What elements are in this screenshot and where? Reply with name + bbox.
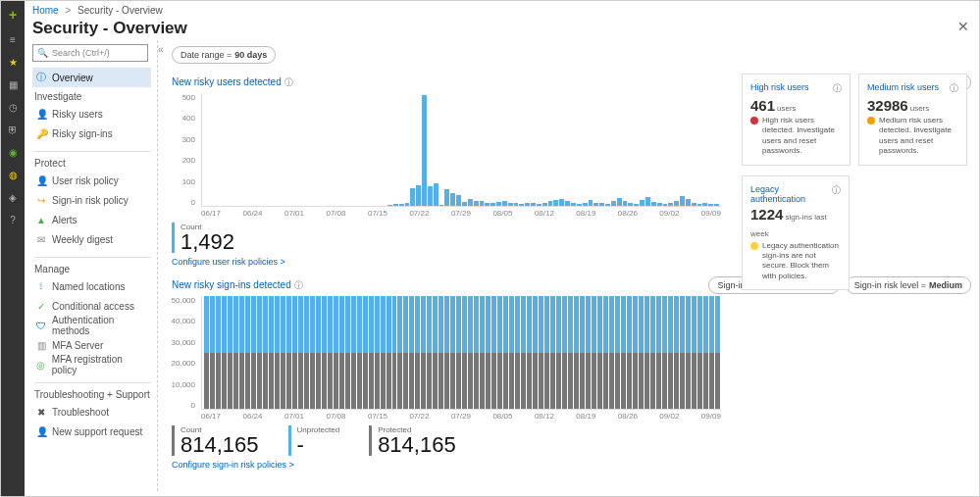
bar[interactable] (393, 204, 398, 206)
bar[interactable] (568, 296, 573, 409)
bar[interactable] (709, 296, 714, 409)
bar[interactable] (580, 296, 585, 409)
bar[interactable] (392, 296, 397, 409)
bar[interactable] (269, 296, 274, 409)
bar[interactable] (450, 296, 455, 409)
chart1-plot[interactable] (201, 93, 721, 207)
bar[interactable] (615, 296, 620, 409)
bar[interactable] (617, 198, 622, 206)
bar[interactable] (702, 203, 707, 206)
bar[interactable] (556, 296, 561, 409)
bar[interactable] (562, 296, 567, 409)
bar[interactable] (275, 296, 280, 409)
bar[interactable] (603, 296, 608, 409)
bar[interactable] (623, 201, 628, 206)
bar[interactable] (592, 296, 596, 409)
bar[interactable] (405, 203, 410, 206)
bar[interactable] (245, 296, 250, 409)
bar[interactable] (462, 296, 467, 409)
bar[interactable] (663, 204, 668, 206)
rail-shield-icon[interactable]: ⛨ (8, 124, 18, 135)
bar[interactable] (345, 296, 350, 409)
bar[interactable] (565, 201, 570, 206)
bar[interactable] (369, 296, 374, 409)
bar[interactable] (397, 296, 402, 409)
bar[interactable] (553, 200, 558, 206)
bar[interactable] (703, 296, 708, 409)
bar[interactable] (357, 296, 362, 409)
bar[interactable] (634, 204, 639, 206)
bar[interactable] (686, 199, 691, 206)
bar[interactable] (204, 296, 209, 409)
rail-list-icon[interactable]: ≡ (10, 34, 16, 45)
collapse-sidebar-icon[interactable]: « (158, 44, 164, 55)
bar[interactable] (645, 197, 650, 206)
bar[interactable] (316, 296, 321, 409)
card-medium-risk-users[interactable]: Medium risk usersⓘ 32986users Medium ris… (858, 74, 967, 166)
sidebar-item-conditional-access[interactable]: ✓Conditional access (32, 296, 151, 316)
bar[interactable] (627, 296, 632, 409)
bar[interactable] (686, 296, 691, 409)
bar[interactable] (444, 189, 449, 206)
bar[interactable] (544, 296, 549, 409)
bar[interactable] (428, 186, 433, 206)
date-range-filter[interactable]: Date range =90 days (172, 46, 276, 64)
info-icon[interactable]: ⓘ (294, 280, 303, 290)
bar[interactable] (387, 296, 391, 409)
bar[interactable] (697, 296, 702, 409)
bar[interactable] (222, 296, 227, 409)
bar[interactable] (574, 296, 579, 409)
info-icon[interactable]: ⓘ (284, 77, 293, 87)
bar[interactable] (421, 296, 426, 409)
bar[interactable] (339, 296, 344, 409)
bar[interactable] (415, 296, 420, 409)
sidebar-item-mfa-server[interactable]: ▥MFA Server (32, 335, 151, 355)
card-high-risk-users[interactable]: High risk usersⓘ 461users High risk user… (742, 74, 851, 166)
bar[interactable] (456, 296, 461, 409)
bar[interactable] (692, 203, 696, 206)
bar[interactable] (714, 204, 719, 206)
bar[interactable] (509, 296, 514, 409)
bar[interactable] (263, 296, 268, 409)
bar[interactable] (514, 203, 519, 206)
bar[interactable] (715, 296, 720, 409)
bar[interactable] (668, 296, 673, 409)
bar[interactable] (480, 201, 485, 206)
bar[interactable] (525, 203, 530, 206)
sidebar-item-troubleshoot[interactable]: ✖Troubleshoot (32, 402, 151, 422)
bar[interactable] (674, 201, 679, 206)
bar[interactable] (239, 296, 244, 409)
bar[interactable] (662, 296, 667, 409)
sidebar-item-new-support[interactable]: 👤New support request (32, 422, 151, 441)
rail-globe-icon[interactable]: ◉ (9, 147, 18, 158)
bar[interactable] (292, 296, 297, 409)
bar[interactable] (674, 296, 679, 409)
bar[interactable] (403, 296, 408, 409)
bar[interactable] (491, 296, 496, 409)
bar[interactable] (692, 296, 696, 409)
rail-bulb-icon[interactable]: ◍ (9, 170, 18, 180)
bar[interactable] (531, 203, 536, 206)
bar[interactable] (456, 195, 461, 207)
bar[interactable] (651, 202, 656, 206)
bar[interactable] (668, 203, 673, 206)
bar[interactable] (468, 296, 473, 409)
bar[interactable] (586, 296, 591, 409)
bar[interactable] (537, 204, 542, 206)
bar[interactable] (650, 296, 655, 409)
bar[interactable] (657, 203, 662, 206)
bar[interactable] (486, 296, 490, 409)
bar[interactable] (548, 201, 553, 206)
rail-clock-icon[interactable]: ◷ (9, 102, 18, 113)
bar[interactable] (708, 204, 713, 206)
bar[interactable] (480, 296, 485, 409)
info-icon[interactable]: ⓘ (832, 184, 841, 204)
bar[interactable] (533, 296, 538, 409)
chart2-plot[interactable] (201, 296, 721, 410)
bar[interactable] (286, 296, 291, 409)
bar[interactable] (593, 203, 598, 206)
bar[interactable] (474, 296, 479, 409)
configure-user-risk-link[interactable]: Configure user risk policies > (172, 257, 285, 267)
bar[interactable] (502, 201, 507, 206)
bar[interactable] (639, 296, 644, 409)
